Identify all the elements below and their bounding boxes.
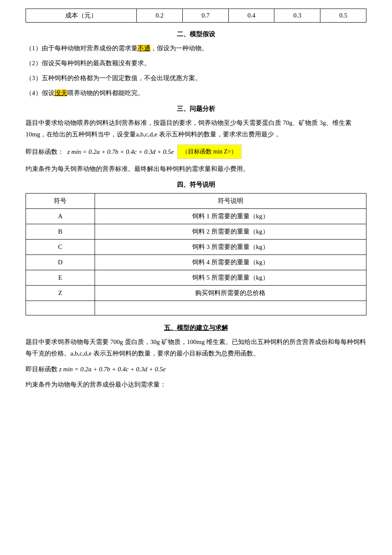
sym-row-d: D 饲料 4 所需要的重量（kg） [26, 255, 366, 270]
sym-D: D [26, 255, 95, 270]
sym-row-a: A 饲料 1 所需要的重量（kg） [26, 209, 366, 224]
sym-row-e: E 饲料 5 所需要的重量（kg） [26, 270, 366, 286]
section2-title: 二、模型假设 [26, 30, 366, 38]
sym-E-desc: 饲料 5 所需要的重量（kg） [95, 270, 366, 286]
section2-text4b: 喂养动物的饲料都能吃完。 [67, 90, 144, 96]
section2-highlight1: 不通 [138, 45, 150, 52]
cost-val3: 0.4 [228, 9, 274, 23]
cost-table: 成本（元） 0.2 0.7 0.4 0.3 0.5 [26, 9, 366, 23]
sym-empty1 [26, 301, 95, 315]
section2-text1b: ，假设为一种动物。 [150, 45, 208, 52]
section5-formula-label: 即目标函数 [26, 366, 59, 373]
section2-item3: （3）五种饲料的价格都为一个固定数值，不会出现优惠方案。 [26, 72, 366, 84]
section5-para1: 题目中要求饲养动物每天需要 700g 蛋白质，30g 矿物质，100mg 维生素… [26, 336, 366, 359]
section3-para1: 题目中要求给动物喂养的饲料达到营养标准，按题目的要求，饲养动物至少每天需要蛋白质… [26, 117, 366, 140]
section2-item4: （4）假设没天喂养动物的饲料都能吃完。 [26, 87, 366, 99]
sym-empty2 [95, 301, 366, 315]
formula-annotation: （目标函数 min Z=） [177, 145, 242, 159]
section2-text1: （1）由于每种动物对营养成份的需求量 [26, 45, 138, 52]
section2-item1: （1）由于每种动物对营养成份的需求量不通，假设为一种动物。 [26, 43, 366, 54]
formula1: z min = 0.2a + 0.7b + 0.4c + 0.3d + 0.5e [67, 145, 174, 158]
sym-A-desc: 饲料 1 所需要的重量（kg） [95, 209, 366, 224]
sym-row-c: C 饲料 3 所需要的重量（kg） [26, 240, 366, 255]
sym-header2: 符号说明 [95, 194, 366, 209]
section2-text4a: （4）假设 [26, 90, 55, 96]
formula-line1: 即目标函数： z min = 0.2a + 0.7b + 0.4c + 0.3d… [26, 145, 366, 159]
cost-label: 成本（元） [26, 9, 137, 23]
section5-title: 五、模型的建立与求解 [26, 324, 366, 332]
section5-para2: 约束条件为动物每天的营养成份最小达到需求量： [26, 379, 366, 390]
sym-Z-desc: 购买饲料所需要的总价格 [95, 286, 366, 301]
symbol-table: 符号 符号说明 A 饲料 1 所需要的重量（kg） B 饲料 2 所需要的重量（… [26, 193, 366, 315]
section2-item2: （2）假设买每种饲料的最高数额没有要求。 [26, 58, 366, 69]
cost-val2: 0.7 [182, 9, 228, 23]
sym-row-empty [26, 301, 366, 315]
sym-C-desc: 饲料 3 所需要的重量（kg） [95, 240, 366, 255]
sym-B: B [26, 224, 95, 240]
sym-Z: Z [26, 286, 95, 301]
section2-highlight2: 没天 [55, 90, 67, 96]
formula-label: 即目标函数： [26, 145, 64, 158]
section2-text3: （3）五种饲料的价格都为一个固定数值，不会出现优惠方案。 [26, 75, 202, 81]
sym-E: E [26, 270, 95, 286]
sym-row-b: B 饲料 2 所需要的重量（kg） [26, 224, 366, 240]
cost-val5: 0.5 [320, 9, 366, 23]
sym-D-desc: 饲料 4 所需要的重量（kg） [95, 255, 366, 270]
section3-para2: 约束条件为每天饲养动物的营养标准。最终解出每种饲料的需求量和最小费用。 [26, 163, 366, 175]
section4-title: 四、符号说明 [26, 181, 366, 189]
sym-header1: 符号 [26, 194, 95, 209]
section5-formula: z min = 0.2a + 0.7b + 0.4c + 0.3d + 0.5e [59, 366, 166, 373]
section5-formula-block: 即目标函数 z min = 0.2a + 0.7b + 0.4c + 0.3d … [26, 363, 366, 376]
cost-val4: 0.3 [274, 9, 320, 23]
sym-row-z: Z 购买饲料所需要的总价格 [26, 286, 366, 301]
sym-A: A [26, 209, 95, 224]
cost-val1: 0.2 [137, 9, 183, 23]
sym-B-desc: 饲料 2 所需要的重量（kg） [95, 224, 366, 240]
section3-title: 三、问题分析 [26, 105, 366, 113]
section2-text2: （2）假设买每种饲料的最高数额没有要求。 [26, 60, 150, 66]
sym-C: C [26, 240, 95, 255]
